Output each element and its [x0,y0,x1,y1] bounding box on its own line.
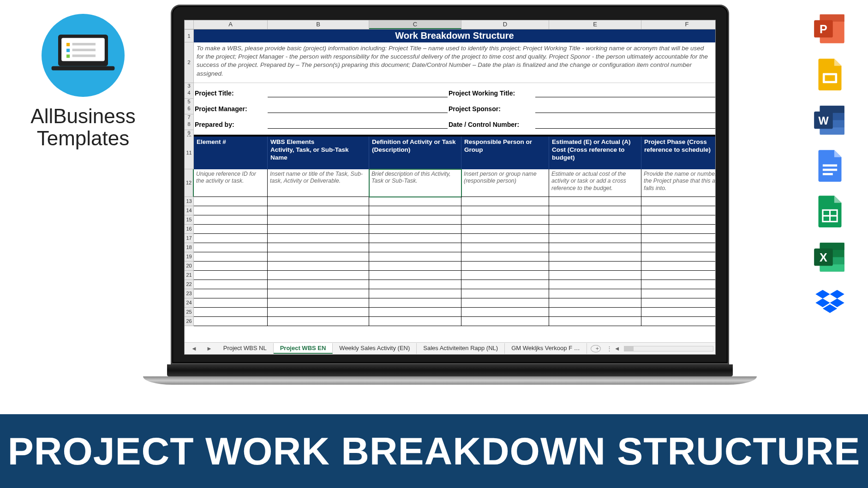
cell[interactable] [268,225,369,234]
row-6[interactable]: 6 [185,103,194,114]
hint-phase[interactable]: Provide the name or number of the Projec… [641,169,715,197]
col-D[interactable]: D [461,20,549,29]
cell[interactable] [549,317,641,326]
row-24[interactable]: 24 [185,298,194,308]
cell[interactable] [194,298,268,308]
cell[interactable] [268,206,369,215]
cell[interactable] [549,234,641,243]
cell[interactable] [369,234,461,243]
cell[interactable] [461,215,549,225]
cell[interactable] [641,317,715,326]
cell[interactable] [461,252,549,262]
info-left-field[interactable] [268,88,448,97]
hscroll-left-icon[interactable]: ◄ [614,345,620,352]
cell[interactable] [369,252,461,262]
cell[interactable] [641,262,715,271]
row-2[interactable]: 2 [185,42,194,83]
row-18[interactable]: 18 [185,243,194,252]
row-12[interactable]: 12 [185,169,194,197]
info-right-field[interactable] [535,103,715,113]
cell[interactable] [369,243,461,252]
hint-responsible[interactable]: Insert person or group name (responsible… [461,169,549,197]
row-8[interactable]: 8 [185,119,194,130]
cell[interactable] [641,206,715,215]
info-left-field[interactable] [268,103,448,113]
cell[interactable] [549,308,641,317]
add-sheet-button[interactable]: + [591,345,601,352]
cell[interactable] [369,262,461,271]
row-17[interactable]: 17 [185,234,194,243]
cell[interactable] [268,197,369,206]
cell[interactable] [369,298,461,308]
cell[interactable] [641,225,715,234]
info-left-field[interactable] [268,119,448,129]
cell[interactable] [194,289,268,298]
cell[interactable] [549,215,641,225]
cell[interactable] [194,197,268,206]
info-right-field[interactable] [535,88,715,97]
cell[interactable] [194,234,268,243]
cell[interactable] [461,197,549,206]
cell[interactable] [268,280,369,289]
cell[interactable] [641,308,715,317]
col-E[interactable]: E [549,20,641,29]
cell[interactable] [194,252,268,262]
cell[interactable] [549,197,641,206]
sheet-tab[interactable]: GM Wekljks Verkoop F … [505,343,587,354]
hint-definition[interactable]: Brief description of this Activity, Task… [369,169,461,197]
cell[interactable] [461,234,549,243]
cell[interactable] [268,252,369,262]
cell[interactable] [194,215,268,225]
cell[interactable] [369,225,461,234]
cell[interactable] [194,271,268,280]
cell[interactable] [549,252,641,262]
cell[interactable] [641,298,715,308]
cell[interactable] [194,317,268,326]
cell[interactable] [268,308,369,317]
row-21[interactable]: 21 [185,271,194,280]
row-23[interactable]: 23 [185,289,194,298]
cell[interactable] [461,206,549,215]
cell[interactable] [641,280,715,289]
cell[interactable] [369,308,461,317]
cell[interactable] [268,215,369,225]
info-right-field[interactable] [535,119,715,129]
cell[interactable] [461,271,549,280]
cell[interactable] [461,262,549,271]
hint-wbs[interactable]: Insert name or title of the Task, Sub-ta… [268,169,369,197]
cell[interactable] [268,298,369,308]
sheet-tab[interactable]: Sales Activiteiten Rapp (NL) [417,343,505,354]
cell[interactable] [641,215,715,225]
row-11[interactable]: 11 [185,137,194,169]
cell[interactable] [369,215,461,225]
sheet-tab[interactable]: Project WBS EN [274,343,333,354]
cell[interactable] [549,206,641,215]
cell[interactable] [369,271,461,280]
row-25[interactable]: 25 [185,308,194,317]
cell[interactable] [194,206,268,215]
cell[interactable] [268,243,369,252]
sheet-tab[interactable]: Project WBS NL [217,343,274,354]
sheet-tab[interactable]: Weekly Sales Activity (EN) [333,343,417,354]
cell[interactable] [268,317,369,326]
cell[interactable] [461,308,549,317]
col-B[interactable]: B [268,20,369,29]
cell[interactable] [268,271,369,280]
row-16[interactable]: 16 [185,225,194,234]
row-14[interactable]: 14 [185,206,194,215]
cell[interactable] [549,280,641,289]
cell[interactable] [641,234,715,243]
cell[interactable] [641,197,715,206]
cell[interactable] [641,289,715,298]
row-4[interactable]: 4 [185,88,194,99]
horizontal-scrollbar[interactable] [624,346,713,351]
cell[interactable] [549,225,641,234]
cell[interactable] [268,289,369,298]
cell[interactable] [461,317,549,326]
col-F[interactable]: F [641,20,716,29]
cell[interactable] [461,280,549,289]
cell[interactable] [194,280,268,289]
tab-nav-next-icon[interactable]: ► [202,345,217,352]
cell[interactable] [461,243,549,252]
cell[interactable] [461,289,549,298]
